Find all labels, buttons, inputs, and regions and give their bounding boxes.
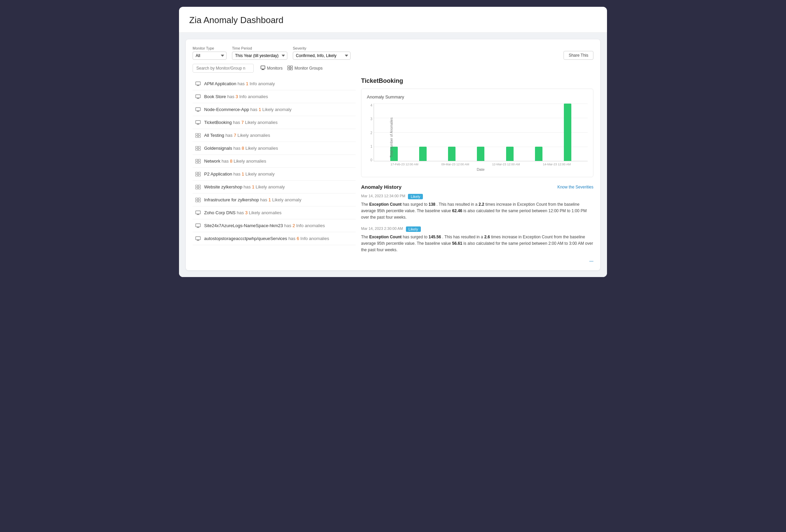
svg-rect-13 [196,108,200,111]
item-has-text: has [244,184,252,189]
item-count-text: 8 [230,159,232,164]
item-name-text: TicketBooking [204,120,232,125]
item-has-text: has [233,171,242,177]
item-count-text: 1 [252,184,254,189]
svg-rect-11 [197,98,199,98]
item-has-text: has [233,120,242,125]
severity-select[interactable]: Confirmed, Info, Likely [293,52,351,60]
svg-rect-45 [197,215,199,215]
item-severity-text: Likely anomalies [237,133,270,138]
monitor-list-item[interactable]: Node-Ecommerce-App has 1 Likely anomaly [193,103,356,116]
monitor-list-item[interactable]: autostopstorageaccctpwhp/queueServices h… [193,232,356,245]
item-label: TicketBooking has 7 Likely anomalies [204,120,278,125]
item-name-text: Book Store [204,94,226,99]
monitor-list-item[interactable]: TicketBooking has 7 Likely anomalies [193,116,356,129]
item-name-text: Site24x7AzureLogs-NameSpace-hkm23 [204,223,283,228]
page-title: Zia Anomaly Dashboard [189,15,597,25]
share-button[interactable]: Share This [564,51,593,60]
detail-panel: TicketBooking Anomaly Summary 4 3 2 1 0 [361,77,593,263]
monitor-groups-toggle[interactable]: Monitor Groups [287,66,323,71]
bar-2 [419,147,427,161]
item-has-text: has [250,107,259,112]
svg-rect-25 [196,149,198,150]
chart-main: 17-Feb-23 12:00 AM 09-Mar-23 12:00 AM 12… [374,104,588,171]
item-name-text: P2 Application [204,171,232,177]
svg-rect-6 [290,68,292,70]
y-label-0: 0 [370,158,372,162]
item-label: APM Application has 1 Info anomaly [204,81,275,86]
search-and-toggle-row: Monitors Monitor Groups [193,64,593,73]
bar-4 [477,147,484,161]
svg-rect-39 [196,198,198,200]
item-severity-text: Likely anomaly [272,197,301,202]
svg-rect-19 [196,133,198,135]
svg-rect-43 [196,211,200,214]
monitor-list-item[interactable]: Goldensignals has 8 Likely anomalies [193,142,356,155]
anomaly-history-header: Anomaly History Know the Severities [361,184,593,190]
item-count-text: 7 [234,133,236,138]
svg-rect-47 [197,227,199,227]
y-label-4: 4 [370,104,372,107]
svg-rect-10 [196,95,200,98]
monitor-list-item[interactable]: All Testing has 7 Likely anomalies [193,129,356,142]
item-count-text: 1 [268,197,271,202]
svg-rect-28 [198,159,200,161]
item-severity-text: Likely anomalies [245,146,278,151]
bar-5 [506,147,514,161]
item-name-text: Infrastructure for zylkershop [204,197,259,202]
y-label-3: 3 [370,117,372,121]
svg-rect-22 [198,136,200,137]
monitors-label: Monitors [267,66,283,71]
anomaly-history-list: Mar 14, 2023 12:34:00 PM Likely The Exce… [361,194,593,253]
severity-filter: Severity Confirmed, Info, Likely [293,46,351,60]
item-has-text: has [226,133,234,138]
svg-rect-42 [198,200,200,202]
svg-rect-50 [197,240,199,240]
x-axis-title: Date [374,167,588,171]
item-label: autostopstorageaccctpwhp/queueServices h… [204,236,329,241]
item-name-text: autostopstorageaccctpwhp/queueServices [204,236,287,241]
svg-rect-41 [196,200,198,202]
anomaly-history-title: Anomaly History [361,184,401,190]
monitor-list-item[interactable]: APM Application has 1 Info anomaly [193,77,356,90]
monitor-list-item[interactable]: Zoho Corp DNS has 3 Likely anomalies [193,206,356,219]
monitor-list-item[interactable]: Network has 8 Likely anomalies [193,155,356,168]
time-period-filter: Time Period This Year (till yesterday) [232,46,287,60]
monitor-list-item[interactable]: P2 Application has 1 Likely anomaly [193,168,356,181]
history-timestamp-row: Mar 14, 2023 12:34:00 PM Likely [361,194,593,199]
monitor-type-select[interactable]: All [193,52,227,60]
svg-rect-0 [261,66,265,69]
item-has-text: has [284,223,293,228]
item-label: P2 Application has 1 Likely anomaly [204,171,274,177]
svg-rect-14 [197,111,199,111]
severity-label: Severity [293,46,351,50]
anomaly-summary-title: Anomaly Summary [367,94,588,99]
x-label-3: 12-Mar-23 12:00 AM [492,163,520,166]
more-link[interactable]: — [361,259,593,263]
svg-rect-37 [196,187,198,189]
svg-rect-12 [197,98,199,99]
monitors-toggle[interactable]: Monitors [261,66,283,71]
item-label: Network has 8 Likely anomalies [204,159,266,164]
monitor-list-item[interactable]: Website zylkershop has 1 Likely anomaly [193,181,356,194]
know-severities-link[interactable]: Know the Severities [557,185,593,189]
history-text: The Exception Count has surged to 145.56… [361,234,593,254]
search-input[interactable] [193,64,254,73]
svg-rect-2 [262,70,264,70]
svg-rect-3 [288,66,290,68]
monitor-item-icon [195,236,201,241]
item-count-text: 1 [242,171,244,177]
monitor-list-item[interactable]: Site24x7AzureLogs-NameSpace-hkm23 has 2 … [193,219,356,232]
item-severity-text: Likely anomaly [262,107,291,112]
history-timestamp: Mar 14, 2023 2:30:00 AM [361,226,403,231]
item-severity-text: Info anomalies [300,236,329,241]
item-count-text: 3 [245,210,248,215]
monitor-list-item[interactable]: Book Store has 3 Info anomalies [193,90,356,103]
item-count-text: 1 [246,81,248,86]
monitor-list-item[interactable]: Infrastructure for zylkershop has 1 Like… [193,194,356,206]
item-label: All Testing has 7 Likely anomalies [204,133,270,138]
monitor-item-icon [195,223,201,228]
bar-6 [535,147,542,161]
time-period-select[interactable]: This Year (till yesterday) [232,52,287,60]
svg-rect-26 [198,149,200,150]
